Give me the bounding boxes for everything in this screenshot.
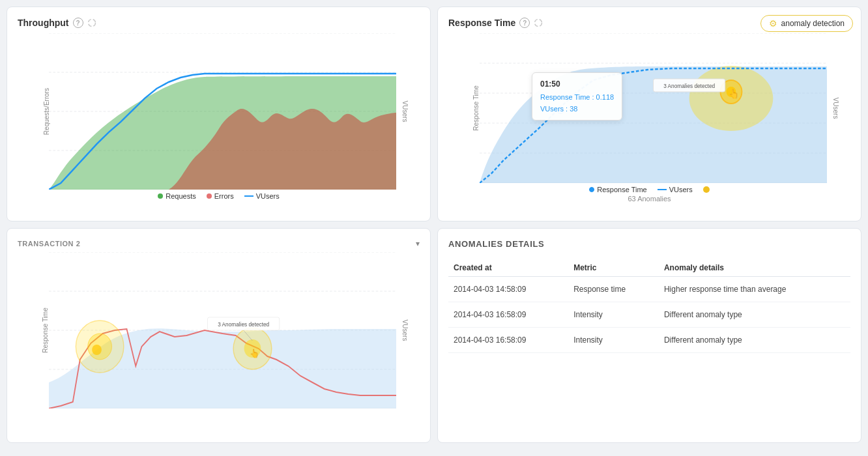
table-row: 2014-04-03 16:58:09IntensityDifferent an… (448, 328, 850, 353)
response-time-card: Response Time ? ⚙ anomaly detection Resp… (437, 7, 861, 221)
tooltip-response-time: Response Time : 0.118 (540, 92, 614, 104)
svg-text:3 Anomalies detected: 3 Anomalies detected (218, 321, 269, 328)
gear-icon: ⚙ (769, 18, 777, 29)
throughput-legend: Requests Errors VUsers (18, 192, 420, 200)
throughput-spinner-icon (87, 18, 96, 27)
throughput-title-text: Throughput (18, 18, 69, 28)
svg-text:👆: 👆 (250, 349, 259, 360)
legend-vusers-rt: VUsers (658, 186, 693, 193)
anomalies-details-title: ANOMALIES DETAILS (448, 239, 850, 249)
col-metric: Metric (568, 259, 659, 277)
transaction-y-right-label: VUsers (401, 320, 409, 341)
cell-details-1: Different anomaly type (659, 302, 850, 328)
tooltip-time: 01:50 (540, 78, 614, 91)
throughput-y-left-label: Requests/Errors (43, 88, 50, 135)
table-row: 2014-04-03 16:58:09IntensityDifferent an… (448, 302, 850, 328)
anomalies-table: Created at Metric Anomaly details 2014-0… (448, 259, 850, 353)
transaction-y-left-label: Response Time (42, 307, 49, 352)
throughput-info-icon[interactable]: ? (73, 18, 83, 28)
cell-created_at-1: 2014-04-03 16:58:09 (448, 302, 568, 328)
response-time-tooltip: 01:50 Response Time : 0.118 VUsers : 38 (532, 72, 622, 121)
legend-errors: Errors (207, 192, 234, 200)
transaction-chart: 8s 6s 4s 2s 0s 8 6 4 2 0 00:00 00:40 01:… (49, 252, 396, 408)
legend-requests: Requests (158, 192, 195, 200)
throughput-title: Throughput ? (18, 18, 420, 28)
throughput-chart: 8 6 4 2 60 45 30 15 0 00:10 00:40 01:10 … (49, 33, 396, 190)
response-time-spinner-icon (534, 18, 543, 27)
cell-metric-0: Response time (568, 277, 659, 302)
svg-point-0 (88, 20, 95, 27)
throughput-y-right-label: VUsers (401, 101, 409, 122)
col-anomaly-details: Anomaly details (659, 259, 850, 277)
throughput-card: Throughput ? Requests/Errors VUsers 8 6 … (7, 7, 431, 221)
svg-point-30 (535, 20, 542, 27)
svg-point-94 (92, 345, 102, 355)
cell-metric-1: Intensity (568, 302, 659, 328)
legend-response-time: Response Time (589, 186, 646, 193)
chevron-down-icon[interactable]: ▾ (416, 239, 420, 248)
svg-text:👆: 👆 (729, 88, 739, 100)
response-time-legend: Response Time VUsers (448, 186, 850, 193)
response-time-y-right-label: VUsers (832, 98, 839, 119)
anomalies-details-card: ANOMALIES DETAILS Created at Metric Anom… (437, 228, 861, 443)
cell-metric-2: Intensity (568, 328, 659, 353)
cell-created_at-2: 2014-04-03 16:58:09 (448, 328, 568, 353)
legend-anomaly-dot (703, 186, 710, 193)
dashboard: Throughput ? Requests/Errors VUsers 8 6 … (7, 7, 861, 443)
cell-created_at-0: 2014-04-03 14:58:09 (448, 277, 568, 302)
anomalies-count: 63 Anomalies (448, 195, 850, 203)
cell-details-0: Higher response time than average (659, 277, 850, 302)
tooltip-vusers: VUsers : 38 (540, 104, 614, 115)
anomaly-detection-button[interactable]: ⚙ anomaly detection (760, 15, 853, 32)
transaction-title: TRANSACTION 2 (18, 240, 80, 248)
response-time-y-left-label: Response Time (472, 85, 480, 130)
cell-details-2: Different anomaly type (659, 328, 850, 353)
transaction-card: TRANSACTION 2 ▾ Response Time VUsers 8s … (7, 228, 431, 443)
col-created-at: Created at (448, 259, 568, 277)
transaction-header: TRANSACTION 2 ▾ (18, 239, 420, 248)
table-row: 2014-04-03 14:58:09Response timeHigher r… (448, 277, 850, 302)
response-time-title-text: Response Time (448, 18, 515, 28)
legend-vusers-throughput: VUsers (244, 192, 280, 200)
anomaly-detection-label: anomaly detection (781, 19, 845, 28)
response-time-info-icon[interactable]: ? (519, 18, 530, 28)
svg-text:3 Anomalies detected: 3 Anomalies detected (663, 83, 715, 89)
